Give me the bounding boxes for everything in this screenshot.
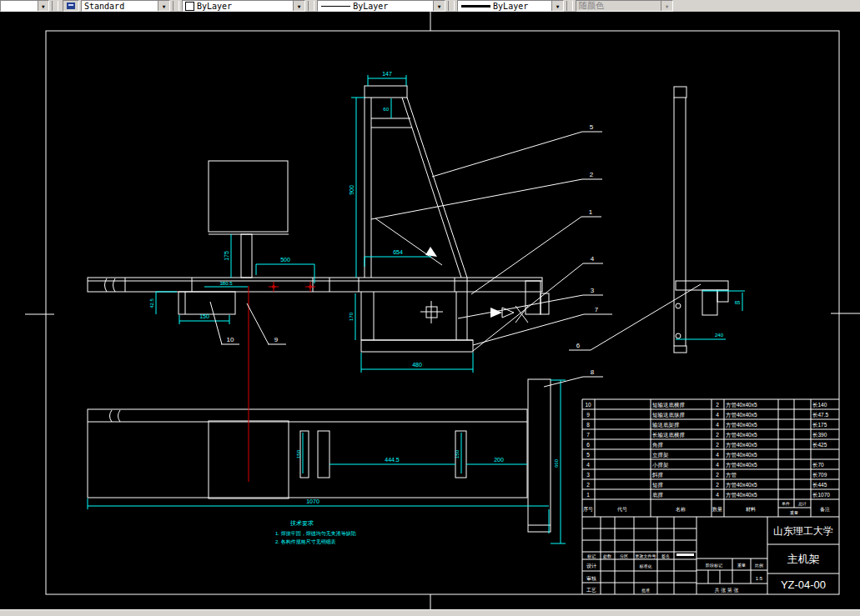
status-strip	[0, 609, 860, 616]
linetype-combo[interactable]: ByLayer ▼	[317, 0, 445, 12]
svg-text:长140: 长140	[812, 402, 827, 408]
lineweight-icon	[461, 5, 490, 8]
titleblock-count: 处数	[603, 553, 611, 559]
dim-plan-b: 444.5	[385, 457, 400, 463]
table-row: 9 短输送底纵撑 4 方管40x40x5 长47.5	[586, 412, 828, 418]
toolbar: ▼ Standard ▼ ByLayer ▼ ByLayer ▼ ByLayer…	[0, 0, 860, 13]
dim-side-b: 240	[715, 333, 724, 338]
svg-text:4: 4	[716, 462, 719, 468]
titleblock-process: 工艺	[586, 587, 596, 593]
svg-text:长390: 长390	[812, 432, 827, 438]
svg-text:短输送底纵撑: 短输送底纵撑	[652, 412, 686, 418]
lineweight-value: ByLayer	[490, 2, 551, 11]
dim-plan-c: 150	[455, 449, 460, 458]
toolbar-separator	[308, 1, 314, 11]
svg-text:方管40x40x5: 方管40x40x5	[726, 402, 757, 408]
dim-beam-offset: 380.5	[219, 281, 233, 286]
bom-header-no: 序号	[583, 506, 593, 512]
sheet-frame	[25, 12, 860, 609]
svg-text:5: 5	[586, 452, 590, 458]
centerlines	[249, 282, 315, 482]
balloon-6[interactable]: 6	[576, 342, 581, 349]
balloon-2[interactable]: 2	[590, 171, 594, 178]
svg-text:2: 2	[716, 472, 719, 478]
svg-text:方管40x40x5: 方管40x40x5	[726, 482, 757, 488]
balloon-4[interactable]: 4	[591, 255, 595, 263]
svg-text:4: 4	[586, 462, 590, 468]
svg-text:短输送底横撑: 短输送底横撑	[652, 402, 686, 408]
table-row: 8 输送底架撑 4 方管40x40x5 长175	[586, 422, 827, 428]
dim-plan-total: 1070	[306, 498, 319, 504]
text-style-value: Standard	[82, 2, 158, 11]
balloon-7[interactable]: 7	[595, 306, 599, 313]
notes-title: 技术要求	[289, 520, 314, 527]
dim-side-a: 65	[735, 300, 741, 305]
titleblock-stage-mark: 阶段标记	[706, 563, 722, 568]
table-row: 10 短输送底横撑 2 方管40x40x5 长140	[585, 402, 827, 408]
scale-value: 1:5	[756, 576, 763, 581]
partial-combo[interactable]: ▼	[0, 0, 49, 12]
titleblock-weight: 重量	[737, 563, 746, 568]
svg-text:长175: 长175	[812, 422, 827, 428]
svg-text:4: 4	[716, 492, 719, 498]
table-row: 6 角撑 2 方管40x40x5 长425	[586, 442, 827, 448]
side-view	[674, 87, 728, 353]
balloon-callouts: 5 2 1 4 3 7 6 8 10 9	[210, 123, 701, 387]
svg-text:方管40x40x5: 方管40x40x5	[726, 452, 757, 458]
chevron-down-icon[interactable]: ▼	[38, 1, 48, 11]
linetype-icon	[321, 6, 350, 7]
svg-text:6: 6	[586, 442, 590, 448]
svg-text:3: 3	[586, 472, 590, 478]
text-style-button[interactable]	[63, 0, 79, 12]
notes-line2: 2. 各构件规格尺寸见明细表	[275, 538, 336, 545]
svg-text:方管40x40x5: 方管40x40x5	[726, 412, 757, 418]
dim-plan-d: 200	[494, 457, 504, 463]
toolbar-separator	[52, 1, 58, 11]
dim-mast-rung: 60	[383, 107, 389, 112]
lineweight-combo[interactable]: ByLayer ▼	[457, 0, 564, 12]
chevron-down-icon[interactable]: ▼	[551, 1, 563, 11]
dim-plan-right-height: 660	[554, 458, 559, 468]
svg-text:方管: 方管	[726, 472, 737, 478]
svg-text:长445: 长445	[812, 482, 827, 488]
svg-text:8: 8	[586, 422, 590, 428]
bom-header-name: 名称	[676, 507, 686, 513]
front-view	[88, 161, 549, 352]
titleblock-design: 设计	[586, 563, 596, 568]
plan-view	[88, 379, 551, 532]
svg-text:方管40x40x5: 方管40x40x5	[726, 422, 757, 428]
bom-header-remark: 备注	[820, 506, 830, 513]
balloon-3[interactable]: 3	[591, 287, 595, 294]
dim-mast-height: 900	[349, 185, 355, 195]
titleblock-approve: 批准	[641, 588, 650, 593]
plotstyle-combo: 随颜色 ▼	[576, 0, 673, 12]
drawing-canvas[interactable]: 147 60 900 654 175 500 380.5 42.5 150	[0, 12, 860, 609]
svg-text:2: 2	[586, 482, 590, 488]
dim-bracket-height: 42.5	[149, 298, 154, 308]
table-row: 7 长输送底横撑 2 方管40x40x5 长390	[586, 432, 827, 438]
plotstyle-value: 随颜色	[576, 0, 661, 12]
brace-arrow-icon	[425, 247, 437, 257]
balloon-8[interactable]: 8	[591, 368, 595, 376]
titleblock-signature: 签名	[661, 553, 670, 559]
color-combo[interactable]: ByLayer ▼	[182, 0, 305, 12]
chevron-down-icon[interactable]: ▼	[158, 1, 169, 11]
svg-text:长709: 长709	[812, 472, 827, 478]
balloon-10[interactable]: 10	[227, 336, 234, 343]
svg-text:2: 2	[716, 402, 719, 408]
toolbar-separator	[173, 1, 179, 11]
text-style-combo[interactable]: Standard ▼	[81, 0, 170, 12]
balloon-1[interactable]: 1	[589, 208, 593, 216]
table-row: 5 立撑架 4 方管40x40x5	[586, 452, 757, 458]
bom-header-material: 材料	[745, 507, 756, 513]
balloon-9[interactable]: 9	[274, 336, 279, 343]
chevron-down-icon[interactable]: ▼	[293, 1, 304, 11]
balloon-5[interactable]: 5	[590, 123, 594, 131]
svg-text:4: 4	[716, 452, 719, 458]
chevron-down-icon[interactable]: ▼	[433, 1, 445, 11]
target-mark-icon	[305, 282, 315, 292]
svg-text:长70: 长70	[812, 462, 824, 468]
weld-arrow-icon	[490, 308, 502, 318]
svg-text:方管40x40x5: 方管40x40x5	[726, 492, 757, 498]
svg-text:角撑: 角撑	[652, 442, 664, 448]
